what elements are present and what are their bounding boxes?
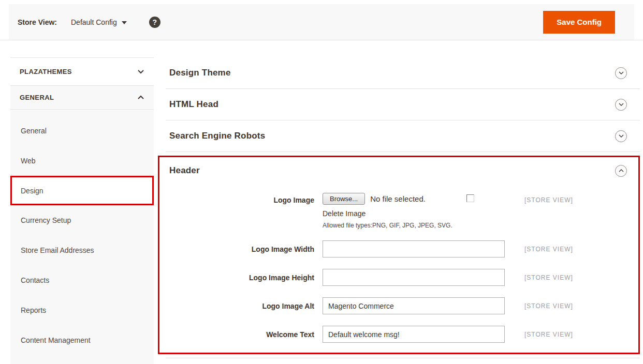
page-layout: PLAZATHEMES GENERAL General Web xyxy=(0,57,643,364)
file-status-text: No file selected. xyxy=(370,194,426,203)
delete-image-label: Delete Image xyxy=(323,209,505,218)
scope-badge: [STORE VIEW] xyxy=(524,240,573,253)
section-title: HTML Head xyxy=(169,99,218,110)
browse-button[interactable]: Browse... xyxy=(323,193,365,205)
sidebar-item-label: Currency Setup xyxy=(21,216,71,224)
sidebar-item-label: Contacts xyxy=(21,276,49,284)
form-row-logo-image: Logo Image Browse... No file selected. D… xyxy=(166,191,638,229)
sidebar-item-label: Store Email Addresses xyxy=(21,246,94,254)
sidebar-item-label: Reports xyxy=(21,306,46,314)
sidebar-nav-items: General Web Design Currency Setup Store … xyxy=(10,110,154,355)
logo-image-label: Logo Image xyxy=(166,191,314,204)
logo-image-height-field xyxy=(323,269,505,286)
allowed-file-types-note: Allowed file types:PNG, GIF, JPG, JPEG, … xyxy=(323,222,505,229)
header-form: Logo Image Browse... No file selected. D… xyxy=(159,184,638,353)
config-main: Design Theme HTML Head Search Engine Rob… xyxy=(166,57,640,358)
logo-image-height-label: Logo Image Height xyxy=(166,269,314,282)
form-row-logo-image-alt: Logo Image Alt [STORE VIEW] xyxy=(166,297,638,314)
sidebar-item-general[interactable]: General xyxy=(10,116,154,146)
scope-badge: [STORE VIEW] xyxy=(524,297,573,310)
store-view-switcher[interactable]: Default Config xyxy=(71,18,127,26)
sidebar-item-design[interactable]: Design xyxy=(10,176,154,205)
sidebar-section-general[interactable]: GENERAL xyxy=(10,86,154,110)
section-title: Design Theme xyxy=(169,68,231,78)
logo-image-width-input[interactable] xyxy=(323,240,505,257)
logo-image-height-input[interactable] xyxy=(323,269,505,286)
logo-image-alt-input[interactable] xyxy=(323,297,505,314)
save-config-button[interactable]: Save Config xyxy=(543,11,615,34)
caret-down-icon xyxy=(122,21,127,24)
form-row-logo-image-height: Logo Image Height [STORE VIEW] xyxy=(166,269,638,286)
chevron-down-icon xyxy=(137,69,144,74)
scope-badge: [STORE VIEW] xyxy=(524,269,573,281)
sidebar-section-label: PLAZATHEMES xyxy=(20,68,72,75)
toolbar-wrapper: Store View: Default Config ? Save Config xyxy=(0,0,643,40)
sidebar-section-label: GENERAL xyxy=(20,94,54,101)
store-view-value: Default Config xyxy=(71,18,117,26)
sidebar-item-label: General xyxy=(21,127,47,135)
delete-image-checkbox[interactable] xyxy=(466,194,474,202)
sidebar-item-label: Design xyxy=(21,187,43,195)
help-icon[interactable]: ? xyxy=(149,17,160,28)
toolbar: Store View: Default Config ? Save Config xyxy=(9,4,634,40)
logo-image-alt-field xyxy=(323,297,505,314)
next-section-divider xyxy=(166,358,640,358)
section-title: Header xyxy=(169,165,200,176)
welcome-text-input[interactable] xyxy=(323,326,505,343)
chevron-down-circle-icon[interactable] xyxy=(615,99,627,111)
sidebar-item-label: Content Management xyxy=(21,336,91,344)
sidebar-section-plazathemes[interactable]: PLAZATHEMES xyxy=(10,58,154,86)
section-search-engine-robots[interactable]: Search Engine Robots xyxy=(166,120,640,152)
welcome-text-label: Welcome Text xyxy=(166,326,314,339)
scope-badge: [STORE VIEW] xyxy=(524,191,573,204)
sidebar-item-content-management[interactable]: Content Management xyxy=(10,325,154,355)
form-row-welcome-text: Welcome Text [STORE VIEW] xyxy=(166,326,638,343)
section-design-theme[interactable]: Design Theme xyxy=(166,57,640,89)
sidebar-item-currency-setup[interactable]: Currency Setup xyxy=(10,205,154,235)
file-input-line: Browse... No file selected. xyxy=(323,191,505,205)
logo-image-width-label: Logo Image Width xyxy=(166,240,314,253)
sidebar-item-contacts[interactable]: Contacts xyxy=(10,265,154,295)
store-view-label: Store View: xyxy=(18,18,57,26)
sidebar-item-label: Web xyxy=(21,157,36,165)
chevron-up-icon xyxy=(137,95,144,100)
chevron-down-circle-icon[interactable] xyxy=(615,130,627,142)
chevron-up-circle-icon[interactable] xyxy=(615,165,627,177)
section-html-head[interactable]: HTML Head xyxy=(166,89,640,120)
sidebar-item-store-email-addresses[interactable]: Store Email Addresses xyxy=(10,235,154,265)
chevron-down-circle-icon[interactable] xyxy=(615,67,627,79)
section-header[interactable]: Header xyxy=(159,157,638,184)
scope-badge: [STORE VIEW] xyxy=(524,326,573,338)
header-section-annotation-box: Header Logo Image Browse... No file sele… xyxy=(158,156,640,354)
section-title: Search Engine Robots xyxy=(169,131,265,141)
sidebar-item-web[interactable]: Web xyxy=(10,146,154,176)
logo-image-width-field xyxy=(323,240,505,257)
config-sidebar: PLAZATHEMES GENERAL General Web xyxy=(10,57,154,364)
sidebar-item-reports[interactable]: Reports xyxy=(10,295,154,325)
form-row-logo-image-width: Logo Image Width [STORE VIEW] xyxy=(166,240,638,257)
logo-image-field: Browse... No file selected. Delete Image… xyxy=(323,191,505,229)
logo-image-alt-label: Logo Image Alt xyxy=(166,297,314,310)
welcome-text-field xyxy=(323,326,505,343)
